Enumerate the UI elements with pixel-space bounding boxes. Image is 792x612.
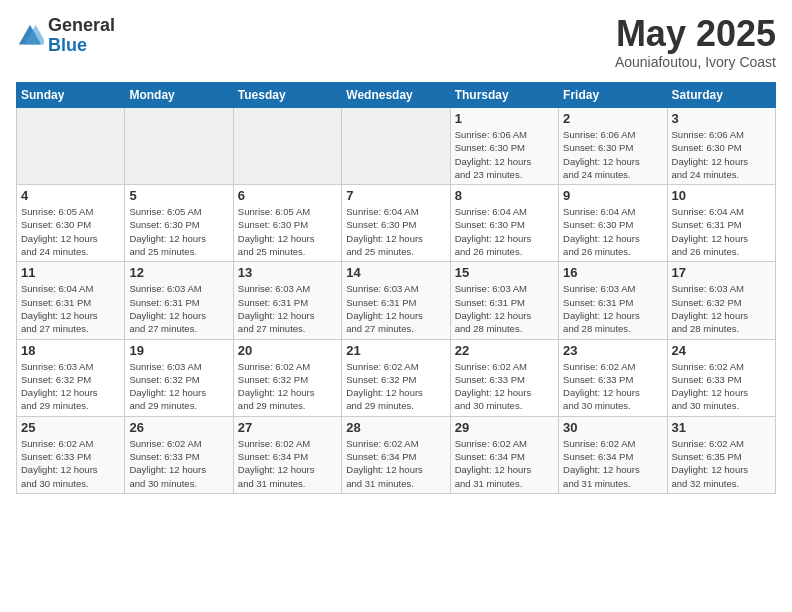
calendar-cell: 29Sunrise: 6:02 AM Sunset: 6:34 PM Dayli… xyxy=(450,416,558,493)
day-number: 12 xyxy=(129,265,228,280)
calendar-cell: 13Sunrise: 6:03 AM Sunset: 6:31 PM Dayli… xyxy=(233,262,341,339)
day-info: Sunrise: 6:04 AM Sunset: 6:30 PM Dayligh… xyxy=(563,205,662,258)
calendar-week-row: 11Sunrise: 6:04 AM Sunset: 6:31 PM Dayli… xyxy=(17,262,776,339)
calendar-cell xyxy=(125,108,233,185)
calendar-cell xyxy=(233,108,341,185)
weekday-header: Tuesday xyxy=(233,83,341,108)
day-info: Sunrise: 6:06 AM Sunset: 6:30 PM Dayligh… xyxy=(563,128,662,181)
day-info: Sunrise: 6:03 AM Sunset: 6:32 PM Dayligh… xyxy=(21,360,120,413)
weekday-header: Friday xyxy=(559,83,667,108)
calendar-cell: 6Sunrise: 6:05 AM Sunset: 6:30 PM Daylig… xyxy=(233,185,341,262)
calendar-cell: 23Sunrise: 6:02 AM Sunset: 6:33 PM Dayli… xyxy=(559,339,667,416)
weekday-header: Monday xyxy=(125,83,233,108)
calendar-week-row: 25Sunrise: 6:02 AM Sunset: 6:33 PM Dayli… xyxy=(17,416,776,493)
calendar-cell: 7Sunrise: 6:04 AM Sunset: 6:30 PM Daylig… xyxy=(342,185,450,262)
day-info: Sunrise: 6:03 AM Sunset: 6:31 PM Dayligh… xyxy=(346,282,445,335)
logo-general: General xyxy=(48,16,115,36)
calendar-cell xyxy=(342,108,450,185)
day-info: Sunrise: 6:03 AM Sunset: 6:32 PM Dayligh… xyxy=(129,360,228,413)
location-subtitle: Aouniafoutou, Ivory Coast xyxy=(615,54,776,70)
day-info: Sunrise: 6:04 AM Sunset: 6:30 PM Dayligh… xyxy=(346,205,445,258)
calendar-cell: 1Sunrise: 6:06 AM Sunset: 6:30 PM Daylig… xyxy=(450,108,558,185)
day-number: 6 xyxy=(238,188,337,203)
calendar-cell: 9Sunrise: 6:04 AM Sunset: 6:30 PM Daylig… xyxy=(559,185,667,262)
day-number: 25 xyxy=(21,420,120,435)
calendar-cell: 5Sunrise: 6:05 AM Sunset: 6:30 PM Daylig… xyxy=(125,185,233,262)
page-header: General Blue May 2025 Aouniafoutou, Ivor… xyxy=(16,16,776,70)
weekday-header-row: SundayMondayTuesdayWednesdayThursdayFrid… xyxy=(17,83,776,108)
calendar-cell: 18Sunrise: 6:03 AM Sunset: 6:32 PM Dayli… xyxy=(17,339,125,416)
day-number: 13 xyxy=(238,265,337,280)
day-number: 4 xyxy=(21,188,120,203)
day-info: Sunrise: 6:05 AM Sunset: 6:30 PM Dayligh… xyxy=(21,205,120,258)
day-number: 10 xyxy=(672,188,771,203)
day-number: 16 xyxy=(563,265,662,280)
logo-text: General Blue xyxy=(48,16,115,56)
day-info: Sunrise: 6:03 AM Sunset: 6:31 PM Dayligh… xyxy=(129,282,228,335)
calendar-cell: 11Sunrise: 6:04 AM Sunset: 6:31 PM Dayli… xyxy=(17,262,125,339)
weekday-header: Saturday xyxy=(667,83,775,108)
calendar-cell: 14Sunrise: 6:03 AM Sunset: 6:31 PM Dayli… xyxy=(342,262,450,339)
day-number: 20 xyxy=(238,343,337,358)
weekday-header: Sunday xyxy=(17,83,125,108)
day-number: 15 xyxy=(455,265,554,280)
calendar-week-row: 1Sunrise: 6:06 AM Sunset: 6:30 PM Daylig… xyxy=(17,108,776,185)
day-info: Sunrise: 6:02 AM Sunset: 6:34 PM Dayligh… xyxy=(346,437,445,490)
day-info: Sunrise: 6:06 AM Sunset: 6:30 PM Dayligh… xyxy=(672,128,771,181)
calendar-cell: 22Sunrise: 6:02 AM Sunset: 6:33 PM Dayli… xyxy=(450,339,558,416)
day-info: Sunrise: 6:02 AM Sunset: 6:33 PM Dayligh… xyxy=(129,437,228,490)
day-info: Sunrise: 6:03 AM Sunset: 6:31 PM Dayligh… xyxy=(455,282,554,335)
day-number: 1 xyxy=(455,111,554,126)
day-number: 24 xyxy=(672,343,771,358)
calendar-cell: 8Sunrise: 6:04 AM Sunset: 6:30 PM Daylig… xyxy=(450,185,558,262)
day-info: Sunrise: 6:03 AM Sunset: 6:32 PM Dayligh… xyxy=(672,282,771,335)
day-number: 31 xyxy=(672,420,771,435)
calendar-cell: 16Sunrise: 6:03 AM Sunset: 6:31 PM Dayli… xyxy=(559,262,667,339)
day-number: 26 xyxy=(129,420,228,435)
day-info: Sunrise: 6:02 AM Sunset: 6:33 PM Dayligh… xyxy=(21,437,120,490)
logo: General Blue xyxy=(16,16,115,56)
day-number: 27 xyxy=(238,420,337,435)
weekday-header: Thursday xyxy=(450,83,558,108)
day-info: Sunrise: 6:05 AM Sunset: 6:30 PM Dayligh… xyxy=(129,205,228,258)
day-info: Sunrise: 6:04 AM Sunset: 6:30 PM Dayligh… xyxy=(455,205,554,258)
calendar-cell: 4Sunrise: 6:05 AM Sunset: 6:30 PM Daylig… xyxy=(17,185,125,262)
day-number: 14 xyxy=(346,265,445,280)
calendar-cell: 17Sunrise: 6:03 AM Sunset: 6:32 PM Dayli… xyxy=(667,262,775,339)
calendar-cell xyxy=(17,108,125,185)
day-info: Sunrise: 6:02 AM Sunset: 6:33 PM Dayligh… xyxy=(563,360,662,413)
calendar-week-row: 4Sunrise: 6:05 AM Sunset: 6:30 PM Daylig… xyxy=(17,185,776,262)
calendar-cell: 24Sunrise: 6:02 AM Sunset: 6:33 PM Dayli… xyxy=(667,339,775,416)
calendar-cell: 30Sunrise: 6:02 AM Sunset: 6:34 PM Dayli… xyxy=(559,416,667,493)
day-info: Sunrise: 6:04 AM Sunset: 6:31 PM Dayligh… xyxy=(21,282,120,335)
calendar-cell: 12Sunrise: 6:03 AM Sunset: 6:31 PM Dayli… xyxy=(125,262,233,339)
logo-icon xyxy=(16,22,44,50)
calendar-cell: 20Sunrise: 6:02 AM Sunset: 6:32 PM Dayli… xyxy=(233,339,341,416)
calendar-cell: 31Sunrise: 6:02 AM Sunset: 6:35 PM Dayli… xyxy=(667,416,775,493)
day-number: 19 xyxy=(129,343,228,358)
day-info: Sunrise: 6:02 AM Sunset: 6:34 PM Dayligh… xyxy=(563,437,662,490)
calendar-cell: 10Sunrise: 6:04 AM Sunset: 6:31 PM Dayli… xyxy=(667,185,775,262)
title-block: May 2025 Aouniafoutou, Ivory Coast xyxy=(615,16,776,70)
day-number: 9 xyxy=(563,188,662,203)
day-number: 28 xyxy=(346,420,445,435)
day-info: Sunrise: 6:03 AM Sunset: 6:31 PM Dayligh… xyxy=(563,282,662,335)
calendar-cell: 15Sunrise: 6:03 AM Sunset: 6:31 PM Dayli… xyxy=(450,262,558,339)
weekday-header: Wednesday xyxy=(342,83,450,108)
calendar-cell: 2Sunrise: 6:06 AM Sunset: 6:30 PM Daylig… xyxy=(559,108,667,185)
day-info: Sunrise: 6:02 AM Sunset: 6:34 PM Dayligh… xyxy=(455,437,554,490)
day-number: 7 xyxy=(346,188,445,203)
day-info: Sunrise: 6:06 AM Sunset: 6:30 PM Dayligh… xyxy=(455,128,554,181)
day-number: 29 xyxy=(455,420,554,435)
day-info: Sunrise: 6:02 AM Sunset: 6:32 PM Dayligh… xyxy=(346,360,445,413)
day-number: 17 xyxy=(672,265,771,280)
day-number: 2 xyxy=(563,111,662,126)
day-number: 8 xyxy=(455,188,554,203)
day-number: 21 xyxy=(346,343,445,358)
calendar-cell: 27Sunrise: 6:02 AM Sunset: 6:34 PM Dayli… xyxy=(233,416,341,493)
day-number: 11 xyxy=(21,265,120,280)
day-number: 3 xyxy=(672,111,771,126)
calendar-cell: 21Sunrise: 6:02 AM Sunset: 6:32 PM Dayli… xyxy=(342,339,450,416)
day-info: Sunrise: 6:03 AM Sunset: 6:31 PM Dayligh… xyxy=(238,282,337,335)
calendar-table: SundayMondayTuesdayWednesdayThursdayFrid… xyxy=(16,82,776,494)
